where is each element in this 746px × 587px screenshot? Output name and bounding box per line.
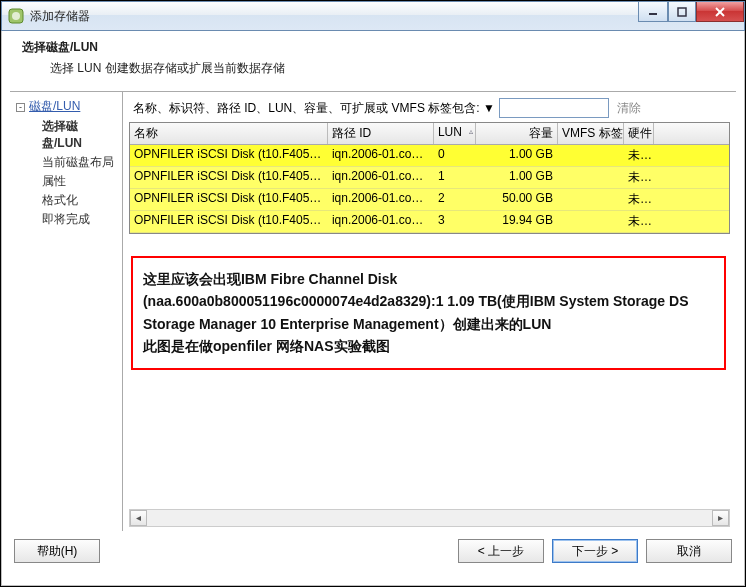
table-row[interactable]: OPNFILER iSCSI Disk (t10.F405E464...iqn.… xyxy=(130,189,729,211)
wizard-step-item[interactable]: 格式化 xyxy=(42,191,116,210)
table-cell xyxy=(558,189,624,210)
filter-clear-link[interactable]: 清除 xyxy=(617,100,641,117)
window-controls xyxy=(638,2,744,22)
th-capacity[interactable]: 容量 xyxy=(476,123,558,144)
annotation-line: 这里应该会出现IBM Fibre Channel Disk xyxy=(143,268,714,290)
table-cell: iqn.2006-01.com.... xyxy=(328,211,434,232)
horizontal-scrollbar[interactable]: ◂ ▸ xyxy=(129,509,730,527)
help-button[interactable]: 帮助(H) xyxy=(14,539,100,563)
filter-row: 名称、标识符、路径 ID、LUN、容量、可扩展或 VMFS 标签包含: ▼ 清除 xyxy=(123,92,736,122)
window-title: 添加存储器 xyxy=(30,8,90,25)
wizard-step-item[interactable]: 当前磁盘布局 xyxy=(42,153,116,172)
table-cell: 未知 xyxy=(624,189,654,210)
table-row[interactable]: OPNFILER iSCSI Disk (t10.F405E464...iqn.… xyxy=(130,167,729,189)
svg-rect-3 xyxy=(678,8,686,16)
th-name[interactable]: 名称 xyxy=(130,123,328,144)
table-cell: 未知 xyxy=(624,211,654,232)
table-cell: 1.00 GB xyxy=(476,145,558,166)
minimize-button[interactable] xyxy=(638,2,668,22)
svg-point-1 xyxy=(12,12,20,20)
table-cell: iqn.2006-01.com.... xyxy=(328,145,434,166)
th-vmfs[interactable]: VMFS 标签 xyxy=(558,123,624,144)
footer: 帮助(H) < 上一步 下一步 > 取消 xyxy=(2,531,744,571)
app-icon xyxy=(8,8,24,24)
table-cell: 50.00 GB xyxy=(476,189,558,210)
filter-label: 名称、标识符、路径 ID、LUN、容量、可扩展或 VMFS 标签包含: ▼ xyxy=(133,100,495,117)
table-cell: OPNFILER iSCSI Disk (t10.F405E464... xyxy=(130,167,328,188)
table-cell xyxy=(558,211,624,232)
table-header: 名称 路径 ID LUN▵ 容量 VMFS 标签 硬件 xyxy=(130,123,729,145)
th-path[interactable]: 路径 ID xyxy=(328,123,434,144)
table-cell: OPNFILER iSCSI Disk (t10.F405E464... xyxy=(130,189,328,210)
sort-asc-icon: ▵ xyxy=(469,127,473,136)
heading-subtitle: 选择 LUN 创建数据存储或扩展当前数据存储 xyxy=(50,60,732,77)
disk-table: 名称 路径 ID LUN▵ 容量 VMFS 标签 硬件 OPNFILER iSC… xyxy=(129,122,730,234)
app-window: 添加存储器 选择磁盘/LUN 选择 LUN 创建数据存储或扩展当前数据存储 -磁… xyxy=(0,0,746,587)
table-cell: 未知 xyxy=(624,167,654,188)
annotation-box: 这里应该会出现IBM Fibre Channel Disk (naa.600a0… xyxy=(131,256,726,370)
wizard-step-item[interactable]: 属性 xyxy=(42,172,116,191)
maximize-button[interactable] xyxy=(668,2,696,22)
wizard-heading: 选择磁盘/LUN 选择 LUN 创建数据存储或扩展当前数据存储 xyxy=(2,31,744,87)
table-cell: OPNFILER iSCSI Disk (t10.F405E464... xyxy=(130,145,328,166)
table-cell: 未知 xyxy=(624,145,654,166)
cancel-button[interactable]: 取消 xyxy=(646,539,732,563)
tree-collapse-icon[interactable]: - xyxy=(16,103,25,112)
table-row[interactable]: OPNFILER iSCSI Disk (t10.F405E464...iqn.… xyxy=(130,145,729,167)
table-cell: OPNFILER iSCSI Disk (t10.F405E464... xyxy=(130,211,328,232)
table-cell: 2 xyxy=(434,189,476,210)
tree-root-row[interactable]: -磁盘/LUN xyxy=(16,98,116,115)
wizard-steps-panel: -磁盘/LUN 选择磁盘/LUN当前磁盘布局属性格式化即将完成 xyxy=(10,92,123,531)
table-cell: 0 xyxy=(434,145,476,166)
table-cell: 1 xyxy=(434,167,476,188)
scroll-right-icon[interactable]: ▸ xyxy=(712,510,729,526)
filter-input[interactable] xyxy=(499,98,609,118)
client-area: 选择磁盘/LUN 选择 LUN 创建数据存储或扩展当前数据存储 -磁盘/LUN … xyxy=(1,31,745,586)
titlebar[interactable]: 添加存储器 xyxy=(1,1,745,31)
back-button[interactable]: < 上一步 xyxy=(458,539,544,563)
table-cell xyxy=(558,167,624,188)
table-cell: 3 xyxy=(434,211,476,232)
wizard-step-item[interactable]: 即将完成 xyxy=(42,210,116,229)
scroll-left-icon[interactable]: ◂ xyxy=(130,510,147,526)
table-row[interactable]: OPNFILER iSCSI Disk (t10.F405E464...iqn.… xyxy=(130,211,729,233)
table-cell: iqn.2006-01.com.... xyxy=(328,167,434,188)
annotation-line: 此图是在做openfiler 网络NAS实验截图 xyxy=(143,335,714,357)
annotation-line: (naa.600a0b800051196c0000074e4d2a8329):1… xyxy=(143,290,714,335)
tree-root-label[interactable]: 磁盘/LUN xyxy=(29,99,80,113)
wizard-step-item[interactable]: 选择磁盘/LUN xyxy=(42,117,116,153)
heading-title: 选择磁盘/LUN xyxy=(22,39,732,56)
table-cell: iqn.2006-01.com.... xyxy=(328,189,434,210)
th-hw[interactable]: 硬件 xyxy=(624,123,654,144)
table-cell: 1.00 GB xyxy=(476,167,558,188)
close-button[interactable] xyxy=(696,2,744,22)
table-cell: 19.94 GB xyxy=(476,211,558,232)
main-panel: 名称、标识符、路径 ID、LUN、容量、可扩展或 VMFS 标签包含: ▼ 清除… xyxy=(123,92,736,531)
th-lun[interactable]: LUN▵ xyxy=(434,123,476,144)
table-cell xyxy=(558,145,624,166)
next-button[interactable]: 下一步 > xyxy=(552,539,638,563)
